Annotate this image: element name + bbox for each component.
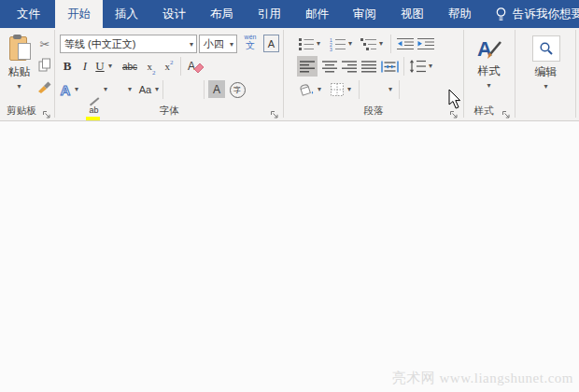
borders-dropdown[interactable]: ▾ — [347, 86, 351, 93]
line-spacing-icon — [409, 60, 426, 73]
tab-home[interactable]: 开始 — [55, 0, 103, 28]
chevron-down-icon: ▾ — [487, 81, 490, 90]
decrease-indent-button[interactable] — [396, 34, 415, 54]
strikethrough-button[interactable]: abc — [118, 56, 142, 77]
tell-me-label: 告诉我你想要 — [513, 7, 579, 22]
phonetic-top-text: wén — [245, 34, 257, 40]
character-border-button[interactable]: A — [263, 35, 279, 52]
bullets-dropdown[interactable]: ▾ — [317, 40, 320, 48]
font-size-combo[interactable]: 小四 ▾ — [199, 35, 237, 53]
chevron-down-icon: ▾ — [17, 82, 21, 91]
align-right-button[interactable] — [340, 56, 359, 77]
font-group-label: 字体 — [56, 104, 283, 117]
tab-file[interactable]: 文件 — [2, 0, 55, 28]
bold-button[interactable]: B — [58, 56, 77, 77]
enclose-characters-button[interactable]: 字 — [228, 80, 247, 99]
borders-icon — [330, 82, 345, 97]
copy-button[interactable] — [35, 55, 54, 74]
format-painter-button[interactable] — [35, 77, 54, 95]
enclose-characters-glyph: 字 — [230, 82, 246, 98]
line-spacing-dropdown[interactable]: ▾ — [429, 63, 432, 70]
change-case-button[interactable]: Aa — [136, 78, 154, 101]
italic-button[interactable]: I — [78, 56, 92, 77]
numbering-icon: 1 2 3 — [330, 37, 346, 51]
clipboard-group-label: 剪贴板 — [0, 104, 43, 117]
line-spacing-button[interactable] — [408, 56, 427, 77]
justify-icon — [361, 61, 376, 73]
font-color-dropdown[interactable]: ▾ — [128, 86, 132, 93]
multilevel-dropdown[interactable]: ▾ — [379, 40, 383, 48]
decrease-indent-icon — [397, 37, 414, 50]
font-name-combo[interactable]: 等线 (中文正文) ▾ — [60, 35, 197, 53]
tab-view[interactable]: 视图 — [388, 0, 436, 28]
svg-text:A: A — [477, 37, 492, 61]
copy-icon — [38, 58, 51, 72]
document-canvas[interactable]: 亮术网 www.liangshunet.com — [0, 122, 579, 392]
phonetic-bottom-text: 文 — [246, 41, 255, 50]
underline-dropdown[interactable]: ▾ — [108, 63, 112, 70]
tab-design[interactable]: 设计 — [150, 0, 198, 28]
tell-me-box[interactable]: 告诉我你想要 — [484, 0, 579, 28]
cut-button[interactable]: ✂ — [35, 35, 54, 53]
align-left-button[interactable] — [297, 56, 318, 77]
shading-dropdown[interactable]: ▾ — [318, 86, 321, 93]
format-painter-icon — [37, 79, 52, 93]
tab-insert[interactable]: 插入 — [103, 0, 150, 28]
asian-layout-dropdown[interactable]: ▾ — [388, 86, 392, 93]
search-icon — [532, 35, 560, 62]
paragraph-group-label: 段落 — [284, 104, 463, 117]
tab-mailings[interactable]: 邮件 — [293, 0, 341, 28]
underline-button[interactable]: U — [92, 56, 107, 77]
highlight-dropdown[interactable]: ▾ — [104, 86, 107, 93]
editing-button[interactable]: 编辑 ▾ — [520, 32, 572, 101]
styles-dialog-launcher[interactable] — [501, 106, 511, 123]
bullets-icon — [299, 37, 314, 50]
text-effects-dropdown[interactable]: ▾ — [75, 86, 78, 93]
highlight-color-swatch — [86, 117, 100, 120]
numbering-button[interactable]: 1 2 3 — [329, 34, 346, 54]
tab-review[interactable]: 审阅 — [341, 0, 388, 28]
paint-bucket-icon — [298, 82, 315, 97]
word-window: 文件 开始 插入 设计 布局 引用 邮件 审阅 视图 帮助 告诉我你想要 粘贴 — [0, 0, 579, 392]
tab-references[interactable]: 引用 — [246, 0, 293, 28]
text-effects-button[interactable]: A — [58, 78, 74, 101]
svg-text:A: A — [61, 82, 71, 97]
paste-button[interactable]: 粘贴 ▾ — [3, 33, 35, 101]
subscript-button[interactable]: x2 — [143, 56, 160, 77]
tab-help[interactable]: 帮助 — [436, 0, 484, 28]
watermark-text: 亮术网 www.liangshunet.com — [392, 370, 573, 387]
chevron-down-icon: ▾ — [226, 40, 236, 49]
change-case-dropdown[interactable]: ▾ — [155, 86, 159, 93]
chevron-down-icon: ▾ — [544, 82, 547, 91]
chevron-down-icon: ▾ — [186, 40, 196, 49]
borders-button[interactable] — [328, 78, 346, 101]
clear-formatting-button[interactable]: A — [184, 56, 208, 77]
styles-button-label: 样式 — [478, 63, 501, 79]
justify-button[interactable] — [360, 56, 378, 77]
ribbon-home: 粘贴 ▾ ✂ 剪贴板 — [0, 28, 579, 121]
shading-button[interactable] — [297, 78, 316, 101]
multilevel-list-button[interactable] — [360, 34, 377, 54]
editing-button-label: 编辑 — [535, 64, 558, 80]
increase-indent-icon — [417, 37, 434, 50]
styles-group-label: 样式 — [464, 104, 503, 117]
styles-icon: A — [475, 35, 503, 61]
character-shading-button[interactable]: A — [208, 80, 225, 98]
distribute-button[interactable] — [379, 56, 400, 77]
paste-clipboard-icon — [9, 35, 29, 61]
numbering-dropdown[interactable]: ▾ — [348, 40, 352, 48]
text-effects-icon: A — [59, 82, 73, 97]
styles-button[interactable]: A 样式 ▾ — [467, 32, 511, 101]
superscript-button[interactable]: x2 — [161, 56, 177, 77]
clipboard-dialog-launcher[interactable] — [42, 106, 51, 123]
eraser-icon — [193, 61, 205, 73]
align-center-icon — [322, 61, 337, 73]
increase-indent-button[interactable] — [417, 34, 435, 54]
scissors-icon: ✂ — [40, 37, 50, 51]
tab-layout[interactable]: 布局 — [198, 0, 246, 28]
bullets-button[interactable] — [298, 34, 315, 54]
align-center-button[interactable] — [320, 56, 339, 77]
font-dialog-launcher[interactable] — [270, 106, 279, 123]
subscript-digit: 2 — [152, 69, 156, 77]
phonetic-guide-button[interactable]: wén 文 — [241, 34, 260, 50]
